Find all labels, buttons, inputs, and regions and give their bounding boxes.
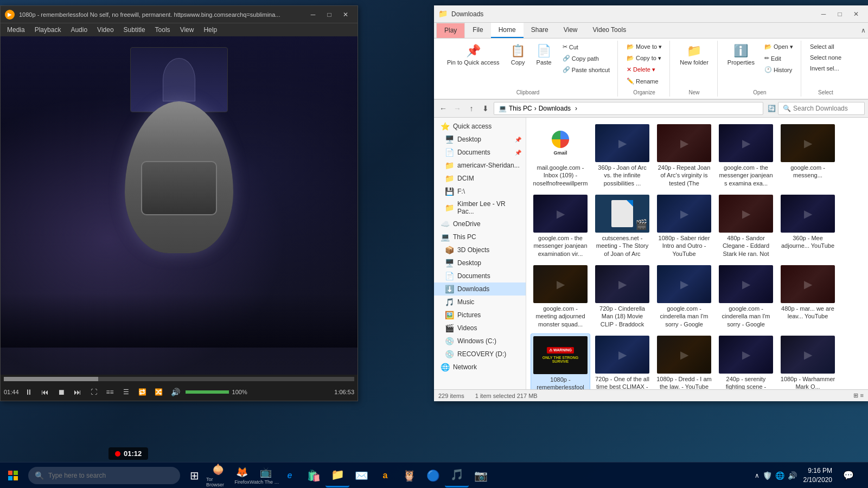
file-item-15[interactable]: ⚠ WARNING ONLY THE STRONG SURVIVE 1080p … [531, 333, 590, 389]
sidebar-item-music[interactable]: 🎵 Music [434, 296, 526, 309]
sidebar-item-recovery-d[interactable]: 💿 RECOVERY (D:) [434, 348, 526, 361]
explorer-maximize-button[interactable]: □ [832, 9, 847, 20]
select-all-button[interactable]: Select all [807, 42, 845, 52]
nav-up-button[interactable]: ↑ [465, 102, 477, 114]
tab-view[interactable]: View [556, 23, 585, 38]
file-item-12[interactable]: ▶ google.com - cinderella man I'm sorry … [654, 263, 714, 331]
vlc-extended-button[interactable]: ≡≡ [104, 386, 117, 399]
file-item-1[interactable]: ▶ 360p - Joan of Arc vs. the infinite po… [592, 122, 652, 190]
vlc-close-button[interactable]: ✕ [338, 9, 353, 20]
vlc-menu-view[interactable]: View [176, 25, 199, 35]
sidebar-item-pictures[interactable]: 🖼️ Pictures [434, 309, 526, 322]
nav-recent-button[interactable]: ⬇ [480, 102, 492, 114]
sidebar-item-network[interactable]: 🌐 Network [434, 361, 526, 374]
file-item-17[interactable]: ▶ 1080p - Dredd - I am the law. - YouTub… [654, 333, 714, 389]
tab-file[interactable]: File [465, 23, 490, 38]
taskbar-pinned-edge[interactable]: e [278, 464, 302, 487]
sidebar-item-this-pc[interactable]: 💻 This PC [434, 230, 526, 243]
delete-button[interactable]: ✕ Delete ▾ [623, 65, 665, 75]
vlc-seekbar[interactable] [4, 377, 354, 381]
tab-video-tools[interactable]: Video Tools [585, 23, 634, 38]
vlc-menu-tools[interactable]: Tools [151, 25, 175, 35]
file-item-9[interactable]: ▶ 360p - Mee adjourne... YouTube [778, 192, 838, 261]
taskbar-pinned-camera[interactable]: 📷 [469, 464, 493, 487]
file-item-4[interactable]: ▶ google.com - messeng... [778, 122, 838, 190]
vlc-minimize-button[interactable]: ─ [305, 9, 321, 20]
tray-chevron[interactable]: ∧ [755, 472, 760, 479]
rename-button[interactable]: ✏️ Rename [623, 76, 665, 86]
refresh-button[interactable]: 🔄 [768, 105, 776, 112]
taskbar-pinned-app[interactable]: 🔵 [421, 464, 445, 487]
vlc-shuffle-button[interactable]: 🔀 [152, 386, 165, 399]
sidebar-item-desktop-pc[interactable]: 🖥️ Desktop [434, 256, 526, 269]
sidebar-item-3d-objects[interactable]: 📦 3D Objects [434, 243, 526, 256]
sidebar-item-downloads[interactable]: ⬇️ Downloads [434, 282, 526, 296]
properties-button[interactable]: ℹ️ Properties [723, 42, 759, 68]
search-input[interactable] [793, 105, 860, 112]
file-item-10[interactable]: ▶ google.com - meeting adjourned monster… [531, 263, 590, 331]
file-item-3[interactable]: ▶ google.com - the messenger joanjean s … [716, 122, 776, 190]
sidebar-item-onedrive[interactable]: ☁️ OneDrive [434, 217, 526, 230]
address-path[interactable]: 💻 This PC › Downloads › [494, 102, 763, 115]
taskbar-pinned-tripadvisor[interactable]: 🦉 [397, 464, 421, 487]
vlc-volume-slider[interactable] [186, 390, 229, 394]
file-item-8[interactable]: ▶ 480p - Sandor Clegane - Eddard Stark H… [716, 192, 776, 261]
view-large-icon[interactable]: ⊞ [853, 392, 858, 399]
file-item-18[interactable]: ▶ 240p - serenity fighting scene - YouTu… [716, 333, 776, 389]
view-list-icon[interactable]: ≡ [860, 392, 864, 399]
edit-button[interactable]: ✏ Edit [761, 53, 796, 63]
paste-shortcut-button[interactable]: 🔗 Paste shortcut [559, 65, 613, 75]
open-button[interactable]: 📂 Open ▾ [761, 42, 796, 52]
taskbar-pinned-vlc[interactable]: 🎵 [445, 464, 469, 487]
taskbar-pinned-store[interactable]: 🛍️ [302, 464, 326, 487]
select-none-button[interactable]: Select none [807, 53, 845, 62]
nav-back-button[interactable]: ← [437, 102, 449, 114]
file-item-6[interactable]: 🎬 cutscenes.net - meeting - The Story of… [592, 192, 652, 261]
show-desktop-button[interactable] [860, 463, 864, 489]
nav-forward-button[interactable]: → [451, 102, 463, 114]
vlc-fullscreen-button[interactable]: ⛶ [87, 386, 100, 399]
sidebar-item-windows-c[interactable]: 💿 Windows (C:) [434, 335, 526, 348]
sidebar-item-desktop[interactable]: 🖥️ Desktop 📌 [434, 133, 526, 146]
file-item-11[interactable]: ▶ 720p - Cinderella Man (18) Movie CLIP … [592, 263, 652, 331]
vlc-menu-media[interactable]: Media [3, 25, 29, 35]
move-to-button[interactable]: 📂 Move to ▾ [623, 42, 665, 52]
file-item-19[interactable]: ▶ 1080p - Warhammer Mark O... Chaos(1080… [778, 333, 838, 389]
taskbar-pinned-explorer[interactable]: 📁 [326, 464, 349, 487]
taskbar-search-input[interactable] [48, 472, 174, 479]
file-grid[interactable]: Gmail mail.google.com - Inbox (109) - no… [526, 118, 868, 389]
taskbar-pinned-amazon[interactable]: a [373, 464, 397, 487]
history-button[interactable]: 🕐 History [761, 65, 796, 75]
vlc-menu-audio[interactable]: Audio [66, 25, 92, 35]
taskbar-app-red-pill[interactable]: 📺 Watch The Red Pill 20... [254, 463, 278, 489]
pin-to-quick-access-button[interactable]: 📌 Pin to Quick access [443, 42, 504, 68]
file-item-16[interactable]: ▶ 720p - One of the all time best CLIMAX… [592, 333, 652, 389]
new-folder-button[interactable]: 📁 New folder [675, 42, 713, 68]
taskbar-app-task-view[interactable]: ⊞ [182, 464, 206, 487]
vlc-loop-button[interactable]: 🔁 [136, 386, 149, 399]
start-button[interactable] [0, 463, 26, 489]
copy-to-button[interactable]: 📂 Copy to ▾ [623, 53, 665, 63]
taskbar-app-tor-browser[interactable]: 🧅 Tor Browser [206, 463, 230, 489]
vlc-menu-playback[interactable]: Playback [30, 25, 66, 35]
taskbar-search-box[interactable]: 🔍 [28, 467, 180, 484]
vlc-menu-video[interactable]: Video [93, 25, 118, 35]
sidebar-item-documents[interactable]: 📄 Documents 📌 [434, 146, 526, 159]
sidebar-item-dcim[interactable]: 📁 DCIM [434, 172, 526, 185]
vlc-menu-help[interactable]: Help [199, 25, 221, 35]
vlc-menu-subtitle[interactable]: Subtitle [119, 25, 150, 35]
cut-button[interactable]: ✂ Cut [559, 42, 613, 52]
vlc-maximize-button[interactable]: □ [322, 9, 337, 20]
tab-home[interactable]: Home [491, 23, 524, 38]
sidebar-item-kimber[interactable]: 📁 Kimber Lee - VR Pac... [434, 198, 526, 217]
sidebar-item-americavr[interactable]: 📁 americavr-Sheridan... [434, 159, 526, 172]
invert-selection-button[interactable]: Invert sel... [807, 63, 845, 73]
tray-icon-security[interactable]: 🛡️ [763, 471, 772, 480]
paste-button[interactable]: 📄 Paste [532, 42, 556, 68]
taskbar-pinned-mail[interactable]: ✉️ [349, 464, 373, 487]
file-item-14[interactable]: ▶ 480p - mar... we are leav... YouTube [778, 263, 838, 331]
file-item-0[interactable]: Gmail mail.google.com - Inbox (109) - no… [531, 122, 590, 190]
ribbon-collapse-icon[interactable]: ∧ [861, 27, 866, 34]
sidebar-item-videos[interactable]: 🎬 Videos [434, 322, 526, 335]
sidebar-item-f-drive[interactable]: 💾 F:\ [434, 185, 526, 198]
